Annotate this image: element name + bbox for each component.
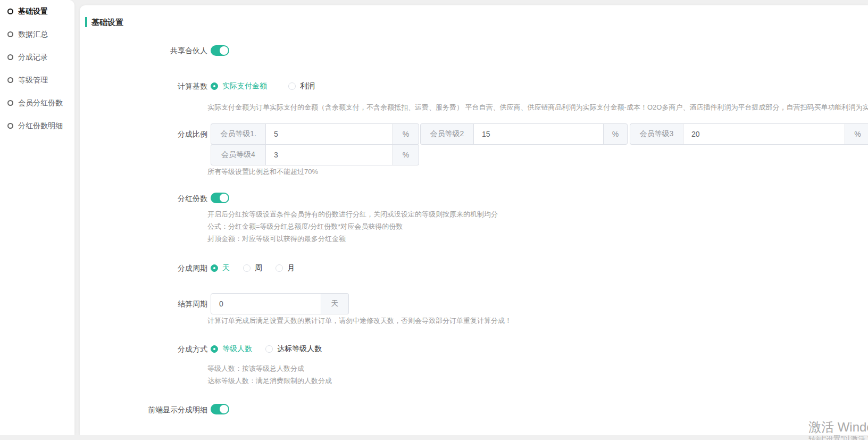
ratio-level1-prepend: 会员等级1. — [211, 123, 265, 145]
sidebar-item-level-management[interactable]: 等级管理 — [0, 69, 74, 92]
ratio-level4-unit: % — [393, 144, 419, 165]
front-show-toggle[interactable] — [211, 404, 229, 414]
ratio-level2-unit: % — [604, 123, 628, 145]
radio-dot-icon — [211, 345, 218, 353]
settle-cycle-unit: 天 — [321, 293, 349, 314]
sidebar-item-label: 基础设置 — [18, 7, 48, 16]
radio-dot-icon — [211, 264, 218, 272]
radio-dot-icon — [288, 82, 296, 90]
ratio-level4-prepend: 会员等级4 — [211, 144, 265, 165]
toggle-knob — [220, 405, 228, 413]
ratio-hint-text: 所有等级设置比例总和不能超过70% — [207, 167, 318, 177]
sidebar-item-label: 分成记录 — [18, 53, 48, 62]
method-help-1: 等级人数：按该等级总人数分成 — [207, 363, 304, 374]
sidebar-item-share-records[interactable]: 分成记录 — [0, 46, 74, 69]
radio-day[interactable]: 天 — [211, 263, 230, 273]
radio-profit[interactable]: 利润 — [288, 81, 315, 91]
sidebar-item-label: 分红份数明细 — [18, 121, 63, 131]
settle-cycle-help: 计算订单完成后满足设置天数的累计订单，请勿中途修改天数，否则会导致部分订单重复计… — [207, 316, 512, 326]
ratio-level1-unit: % — [393, 123, 419, 145]
share-partner-toggle[interactable] — [211, 45, 229, 56]
ratio-level3-prepend: 会员等级3 — [630, 123, 683, 145]
ratio-level3-input[interactable] — [683, 123, 845, 145]
radio-dot-icon — [276, 264, 283, 272]
radio-circle-icon — [7, 123, 13, 129]
radio-circle-icon — [7, 77, 13, 83]
radio-label: 利润 — [300, 81, 315, 91]
method-help-2: 达标等级人数：满足消费限制的人数分成 — [207, 376, 332, 386]
toggle-knob — [220, 194, 228, 202]
radio-dot-icon — [265, 345, 273, 353]
calc-base-label: 计算基数 — [80, 81, 207, 92]
radio-label: 等级人数 — [222, 344, 252, 354]
share-partner-label: 共享合伙人 — [80, 45, 207, 56]
settle-cycle-group: 天 — [211, 293, 349, 314]
radio-circle-icon — [7, 54, 13, 60]
sidebar-item-member-dividend-shares[interactable]: 会员分红份数 — [0, 92, 74, 114]
ratio-label: 分成比例 — [80, 129, 207, 139]
sidebar-item-label: 数据汇总 — [18, 30, 48, 39]
radio-label: 实际支付金额 — [222, 81, 267, 91]
sidebar: 基础设置 数据汇总 分成记录 等级管理 会员分红份数 分红份数明细 — [0, 0, 74, 435]
dividend-shares-toggle[interactable] — [211, 193, 229, 203]
watermark-line2: 转到“设置”以激活 Windows。 — [808, 434, 868, 440]
cycle-radio-group: 天 周 月 — [211, 263, 295, 273]
radio-week[interactable]: 周 — [243, 263, 262, 273]
sidebar-item-dividend-share-details[interactable]: 分红份数明细 — [0, 114, 74, 137]
watermark-line1: 激活 Windows — [808, 420, 868, 434]
toggle-knob — [220, 46, 228, 55]
dividend-shares-label: 分红份数 — [80, 193, 207, 204]
dividend-help-1: 开启后分红按等级设置条件会员持有的份数进行分红，关闭或没设定的等级则按原来的机制… — [207, 209, 498, 220]
windows-activation-watermark: 激活 Windows 转到“设置”以激活 Windows。 — [808, 420, 868, 440]
ratio-level3-unit: % — [845, 123, 868, 145]
radio-level-headcount[interactable]: 等级人数 — [211, 344, 252, 354]
ratio-level1-input[interactable] — [265, 123, 393, 145]
front-show-label: 前端显示分成明细 — [80, 404, 207, 415]
calc-base-help-text: 实际支付金额为订单实际支付的金额（含余额支付，不含余额抵扣、运费、服务费） 平台… — [207, 102, 868, 113]
settle-cycle-label: 结算周期 — [80, 298, 207, 309]
radio-label: 周 — [255, 263, 262, 273]
sidebar-item-label: 会员分红份数 — [18, 98, 63, 108]
dividend-help-2: 公式：分红金额=等级分红总额度/分红份数*对应会员获得的份数 — [207, 221, 403, 232]
sidebar-item-data-summary[interactable]: 数据汇总 — [0, 23, 74, 46]
title-accent-bar — [85, 17, 87, 27]
method-label: 分成方式 — [80, 344, 207, 354]
radio-circle-icon — [7, 100, 13, 106]
ratio-group-level4: 会员等级4 % — [211, 144, 419, 165]
page-title: 基础设置 — [91, 18, 123, 28]
ratio-level4-input[interactable] — [265, 144, 393, 165]
ratio-group-level2: 会员等级2 % — [420, 123, 628, 145]
sidebar-item-basic-settings[interactable]: 基础设置 — [0, 0, 74, 23]
page: 基础设置 数据汇总 分成记录 等级管理 会员分红份数 分红份数明细 基础设置 共… — [0, 0, 868, 440]
ratio-level2-prepend: 会员等级2 — [420, 123, 473, 145]
radio-label: 天 — [222, 263, 230, 273]
settle-cycle-input[interactable] — [211, 293, 321, 314]
ratio-level2-input[interactable] — [473, 123, 604, 145]
radio-dot-icon — [243, 264, 251, 272]
radio-month[interactable]: 月 — [276, 263, 295, 273]
method-radio-group: 等级人数 达标等级人数 — [211, 344, 322, 354]
radio-circle-icon — [7, 9, 13, 14]
calc-base-radio-group: 实际支付金额 利润 — [211, 81, 315, 92]
radio-qualified-level-headcount[interactable]: 达标等级人数 — [265, 344, 322, 354]
ratio-group-level3: 会员等级3 % — [630, 123, 868, 145]
radio-dot-icon — [211, 82, 218, 90]
page-bottom-strip — [0, 435, 868, 440]
radio-label: 达标等级人数 — [277, 344, 322, 354]
content-card — [80, 5, 868, 435]
radio-label: 月 — [287, 263, 295, 273]
sidebar-item-label: 等级管理 — [18, 76, 48, 85]
ratio-group-level1: 会员等级1. % — [211, 123, 419, 145]
radio-circle-icon — [7, 31, 13, 37]
radio-actual-paid-amount[interactable]: 实际支付金额 — [211, 81, 267, 91]
cycle-label: 分成周期 — [80, 263, 207, 273]
dividend-help-3: 封顶金额：对应等级可以获得的最多分红金额 — [207, 234, 346, 244]
